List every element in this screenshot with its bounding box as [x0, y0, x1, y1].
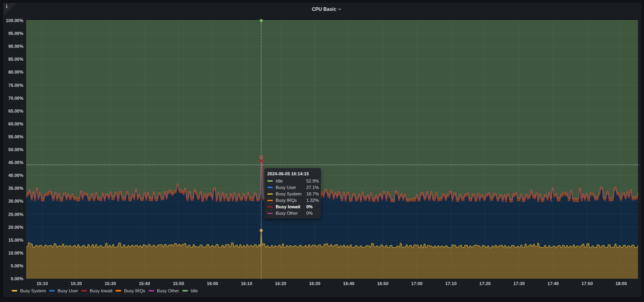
svg-text:75.00%: 75.00%: [8, 83, 24, 88]
svg-text:17:20: 17:20: [479, 281, 491, 286]
svg-text:15:30: 15:30: [105, 281, 116, 286]
svg-text:15:20: 15:20: [70, 281, 82, 286]
svg-text:60.00%: 60.00%: [8, 121, 24, 126]
svg-text:17:30: 17:30: [513, 281, 524, 286]
svg-text:40.00%: 40.00%: [8, 173, 24, 178]
svg-text:16:10: 16:10: [241, 281, 252, 286]
svg-text:70.00%: 70.00%: [8, 96, 24, 101]
svg-text:20.00%: 20.00%: [8, 225, 24, 230]
svg-text:15:40: 15:40: [139, 281, 150, 286]
svg-text:16:50: 16:50: [377, 281, 388, 286]
svg-text:16:00: 16:00: [207, 281, 218, 286]
svg-text:65.00%: 65.00%: [8, 109, 24, 113]
svg-text:17:50: 17:50: [582, 281, 593, 286]
svg-text:50.00%: 50.00%: [8, 147, 24, 152]
svg-text:10.00%: 10.00%: [8, 251, 24, 255]
svg-text:90.00%: 90.00%: [8, 44, 24, 49]
svg-text:25.00%: 25.00%: [8, 212, 24, 217]
svg-text:16:20: 16:20: [275, 281, 286, 286]
svg-text:15.00%: 15.00%: [8, 238, 24, 242]
svg-text:5.00%: 5.00%: [11, 263, 23, 268]
svg-text:30.00%: 30.00%: [8, 199, 24, 203]
svg-text:0.00%: 0.00%: [11, 276, 23, 281]
svg-text:80.00%: 80.00%: [8, 70, 24, 74]
svg-text:17:40: 17:40: [547, 281, 559, 286]
svg-text:16:40: 16:40: [343, 281, 354, 286]
svg-text:45.00%: 45.00%: [8, 160, 24, 165]
svg-text:95.00%: 95.00%: [8, 31, 24, 36]
svg-text:16:30: 16:30: [309, 281, 320, 286]
svg-text:35.00%: 35.00%: [8, 186, 24, 191]
svg-text:18:00: 18:00: [615, 281, 627, 286]
svg-text:15:10: 15:10: [37, 281, 48, 286]
svg-text:85.00%: 85.00%: [8, 57, 24, 62]
svg-text:17:10: 17:10: [445, 281, 456, 286]
svg-text:17:00: 17:00: [411, 281, 423, 286]
svg-text:15:50: 15:50: [173, 281, 184, 286]
svg-text:100.00%: 100.00%: [6, 18, 24, 23]
svg-text:55.00%: 55.00%: [8, 134, 24, 139]
